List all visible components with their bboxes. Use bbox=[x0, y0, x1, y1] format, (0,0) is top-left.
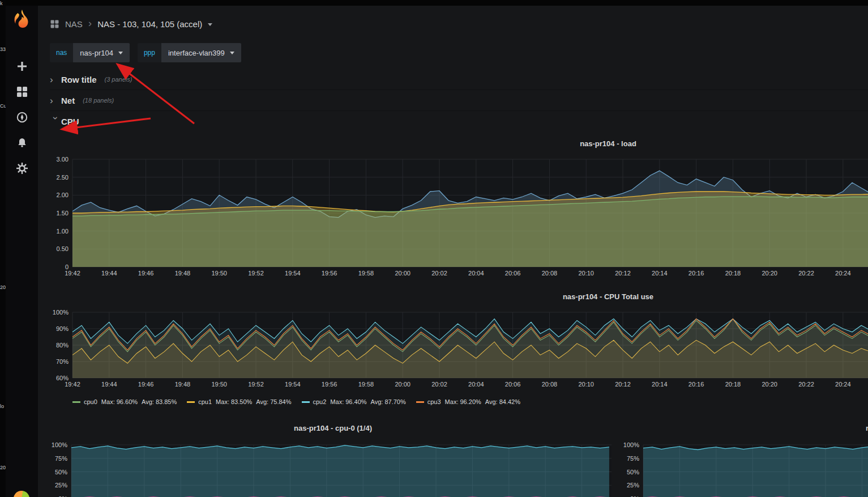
row-title-text: CPU bbox=[61, 117, 79, 126]
row-header-net[interactable]: › Net (18 panels) bbox=[50, 90, 868, 111]
svg-text:20:14: 20:14 bbox=[652, 270, 668, 277]
dashboard-rows: › Row title (3 panels) › Net (18 panels)… bbox=[50, 69, 868, 132]
svg-text:20:20: 20:20 bbox=[762, 381, 777, 388]
variable-dropdown-ppp[interactable]: interface-vlan399 bbox=[161, 43, 241, 62]
cpu-total-chart[interactable]: 60%70%80%90%100%19:4219:4419:4619:4819:5… bbox=[50, 304, 868, 390]
svg-text:19:48: 19:48 bbox=[175, 270, 191, 277]
panel-load: nas-pr104 - load 00.501.001.502.002.503.… bbox=[50, 137, 868, 282]
svg-text:20:16: 20:16 bbox=[689, 270, 704, 277]
svg-text:2.00: 2.00 bbox=[57, 192, 69, 198]
panel-cpu0: nas-pr104 - cpu-0 (1/4) 0%25%50%75%100% bbox=[50, 421, 616, 497]
breadcrumb-root[interactable]: NAS bbox=[65, 19, 83, 29]
page-title[interactable]: NAS - 103, 104, 105 (accel) bbox=[97, 19, 202, 29]
cpu-total-legend: cpu0Max: 96.60%Avg: 83.85%cpu1Max: 83.50… bbox=[72, 397, 868, 406]
panel-cpu-total: nas-pr104 - CPU Total use 60%70%80%90%10… bbox=[50, 290, 868, 406]
legend-item-cpu2[interactable]: cpu2Max: 96.40%Avg: 87.70% bbox=[302, 398, 406, 405]
svg-text:20:22: 20:22 bbox=[798, 270, 814, 277]
svg-text:25%: 25% bbox=[627, 482, 639, 488]
svg-text:19:54: 19:54 bbox=[285, 270, 301, 277]
svg-text:20:24: 20:24 bbox=[835, 381, 851, 388]
svg-text:2.50: 2.50 bbox=[57, 174, 69, 181]
svg-text:20:08: 20:08 bbox=[542, 270, 558, 277]
svg-text:50%: 50% bbox=[55, 469, 67, 475]
artifact-fragment: lo bbox=[0, 403, 4, 409]
svg-text:50%: 50% bbox=[627, 469, 639, 475]
artifact-fragment: 20 bbox=[0, 465, 6, 470]
panel-title-cpu-total[interactable]: nas-pr104 - CPU Total use bbox=[50, 290, 868, 304]
artifact-fragment: 33 bbox=[0, 46, 6, 52]
legend-series-name: cpu1 bbox=[198, 398, 212, 405]
variable-value-ppp: interface-vlan399 bbox=[168, 49, 225, 57]
row-header-row-title[interactable]: › Row title (3 panels) bbox=[50, 69, 868, 90]
svg-text:19:46: 19:46 bbox=[138, 270, 154, 277]
panel-title-cpu1[interactable]: nas-pr104 - cpu-1 (2/4) bbox=[622, 421, 868, 436]
legend-item-cpu3[interactable]: cpu3Max: 96.20%Avg: 84.42% bbox=[416, 398, 520, 405]
svg-text:20:12: 20:12 bbox=[615, 381, 631, 388]
artifact-fragment: k bbox=[0, 1, 3, 6]
variable-dropdown-nas[interactable]: nas-pr104 bbox=[73, 43, 130, 62]
load-chart[interactable]: 00.501.001.502.002.503.0019:4219:4419:46… bbox=[50, 151, 868, 279]
svg-text:20:16: 20:16 bbox=[689, 381, 704, 388]
svg-text:20:00: 20:00 bbox=[395, 381, 411, 388]
plus-icon[interactable] bbox=[16, 60, 28, 73]
legend-item-cpu0[interactable]: cpu0Max: 96.60%Avg: 83.85% bbox=[72, 398, 177, 405]
svg-text:100%: 100% bbox=[53, 309, 69, 316]
row-header-cpu[interactable]: › CPU bbox=[50, 111, 868, 132]
legend-max-value: Max: 96.60% bbox=[101, 398, 138, 405]
svg-text:20:04: 20:04 bbox=[468, 270, 484, 277]
svg-text:20:20: 20:20 bbox=[762, 270, 777, 277]
legend-avg-value: Avg: 75.84% bbox=[256, 398, 291, 405]
svg-text:19:42: 19:42 bbox=[65, 270, 80, 277]
cpu1-chart[interactable]: 0%25%50%75%100% bbox=[622, 436, 868, 497]
legend-item-cpu1[interactable]: cpu1Max: 83.50%Avg: 75.84% bbox=[187, 398, 291, 405]
legend-color-dash bbox=[72, 401, 80, 403]
alerting-bell-icon[interactable] bbox=[16, 137, 28, 149]
cpu0-chart[interactable]: 0%25%50%75%100% bbox=[50, 436, 616, 497]
chevron-down-icon: › bbox=[51, 117, 61, 128]
svg-text:19:50: 19:50 bbox=[211, 270, 227, 277]
variable-chip-nas: nas nas-pr104 bbox=[50, 43, 130, 62]
row-title-text: Net bbox=[61, 96, 75, 105]
svg-text:19:44: 19:44 bbox=[101, 381, 117, 388]
settings-gear-icon[interactable] bbox=[16, 162, 28, 175]
variable-chip-ppp: ppp interface-vlan399 bbox=[138, 43, 241, 62]
panel-title-load[interactable]: nas-pr104 - load bbox=[50, 137, 868, 151]
legend-series-name: cpu0 bbox=[84, 398, 97, 405]
breadcrumb-separator: › bbox=[88, 18, 92, 28]
svg-text:20:00: 20:00 bbox=[395, 270, 411, 277]
row-panel-count: (18 panels) bbox=[83, 97, 114, 104]
legend-color-dash bbox=[187, 401, 195, 403]
svg-text:75%: 75% bbox=[55, 455, 67, 462]
svg-text:20:04: 20:04 bbox=[468, 381, 484, 388]
svg-text:20:02: 20:02 bbox=[431, 381, 447, 388]
legend-avg-value: Avg: 84.42% bbox=[485, 398, 520, 405]
svg-text:100%: 100% bbox=[52, 441, 67, 448]
explore-compass-icon[interactable] bbox=[16, 111, 28, 124]
svg-text:20:06: 20:06 bbox=[505, 270, 521, 277]
svg-text:20:24: 20:24 bbox=[835, 270, 851, 277]
svg-text:0.50: 0.50 bbox=[57, 245, 69, 252]
svg-text:19:46: 19:46 bbox=[138, 381, 154, 388]
svg-text:20:10: 20:10 bbox=[578, 270, 594, 277]
dashboards-grid-icon[interactable] bbox=[16, 86, 28, 98]
legend-color-dash bbox=[416, 401, 424, 403]
svg-text:19:44: 19:44 bbox=[101, 270, 117, 277]
svg-text:20:22: 20:22 bbox=[798, 381, 814, 388]
breadcrumb: NAS › NAS - 103, 104, 105 (accel) bbox=[50, 14, 868, 34]
help-orb-icon[interactable] bbox=[14, 491, 29, 497]
svg-text:20:06: 20:06 bbox=[505, 381, 521, 388]
svg-text:3.00: 3.00 bbox=[57, 156, 69, 163]
svg-text:20:14: 20:14 bbox=[652, 381, 668, 388]
dashboard-grid-icon[interactable] bbox=[50, 19, 59, 29]
svg-text:1.50: 1.50 bbox=[57, 210, 69, 216]
dashboard-content: NAS › NAS - 103, 104, 105 (accel) nas na… bbox=[38, 14, 868, 497]
legend-avg-value: Avg: 83.85% bbox=[142, 398, 177, 405]
bottom-panel-row: nas-pr104 - cpu-0 (1/4) 0%25%50%75%100% … bbox=[50, 421, 868, 497]
grafana-logo-icon[interactable] bbox=[11, 8, 33, 31]
svg-text:20:02: 20:02 bbox=[431, 270, 447, 277]
svg-text:19:42: 19:42 bbox=[65, 381, 80, 388]
template-variables: nas nas-pr104 ppp interface-vlan399 bbox=[50, 43, 868, 62]
svg-text:20:18: 20:18 bbox=[725, 381, 741, 388]
panel-title-cpu0[interactable]: nas-pr104 - cpu-0 (1/4) bbox=[50, 421, 616, 436]
svg-text:19:56: 19:56 bbox=[322, 381, 337, 388]
